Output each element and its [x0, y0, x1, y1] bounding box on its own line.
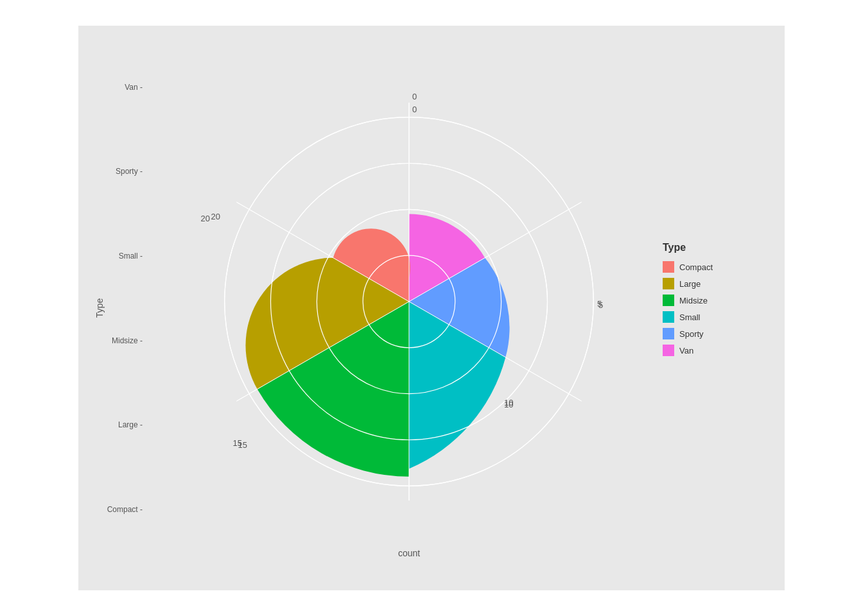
y-label-midsize: Midsize - — [112, 336, 143, 345]
legend-label-small: Small — [679, 312, 701, 322]
legend: Type Compact Large Midsize Small Sporty … — [663, 242, 765, 361]
svg-text:5: 5 — [597, 299, 602, 309]
legend-color-sporty — [663, 328, 674, 339]
grid-label-20: 20 — [201, 214, 210, 223]
y-label-van: Van - — [125, 83, 143, 92]
y-label-large: Large - — [118, 420, 143, 429]
polar-chart-svg: 0 5 10 15 20 — [178, 71, 640, 533]
svg-text:20: 20 — [211, 212, 220, 221]
legend-item-large: Large — [663, 278, 765, 289]
legend-item-small: Small — [663, 311, 765, 323]
y-label-sporty: Sporty - — [116, 167, 143, 176]
legend-color-compact — [663, 261, 674, 273]
x-axis-title: count — [398, 548, 420, 558]
svg-text:0: 0 — [412, 105, 417, 114]
legend-label-midsize: Midsize — [679, 296, 708, 305]
legend-color-small — [663, 311, 674, 323]
legend-label-compact: Compact — [679, 262, 713, 272]
legend-item-compact: Compact — [663, 261, 765, 273]
legend-label-large: Large — [679, 279, 701, 289]
legend-title: Type — [663, 242, 765, 253]
legend-label-van: Van — [679, 346, 693, 355]
chart-container: Type Van - Sporty - Small - Midsize - La… — [78, 26, 785, 590]
legend-item-midsize: Midsize — [663, 295, 765, 306]
svg-text:15: 15 — [238, 440, 247, 450]
svg-text:10: 10 — [504, 398, 513, 407]
y-axis-labels: Van - Sporty - Small - Midsize - Large -… — [98, 45, 143, 552]
y-label-compact: Compact - — [107, 505, 143, 514]
legend-item-sporty: Sporty — [663, 328, 765, 339]
legend-color-midsize — [663, 295, 674, 306]
chart-area: 0 5 10 15 20 — [162, 45, 656, 558]
y-label-small: Small - — [119, 252, 143, 261]
legend-color-large — [663, 278, 674, 289]
legend-color-van — [663, 345, 674, 356]
legend-label-sporty: Sporty — [679, 329, 704, 339]
grid-label-0: 0 — [412, 92, 417, 101]
legend-item-van: Van — [663, 345, 765, 356]
